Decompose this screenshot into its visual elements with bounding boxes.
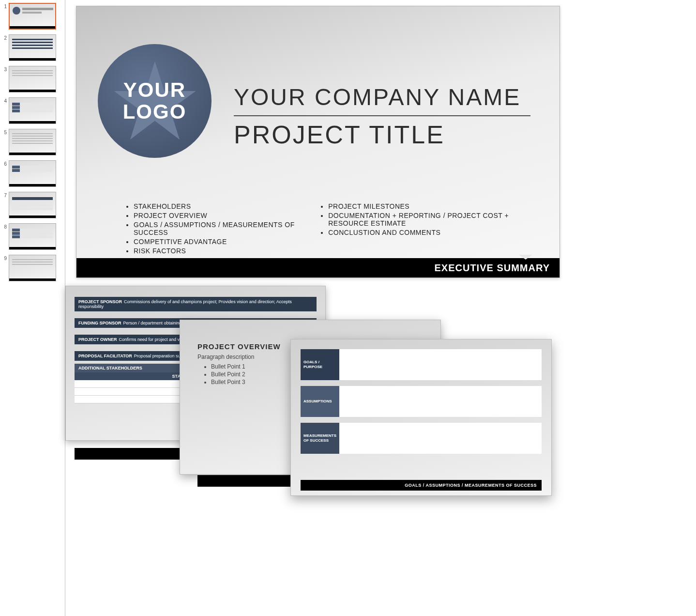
slide-thumbnail-8[interactable]	[9, 223, 56, 250]
stakeholder-row: PROJECT SPONSORCommissions delivery of a…	[75, 297, 317, 311]
thumbnail-row: 3	[2, 66, 60, 92]
slide-thumbnail-3[interactable]	[9, 66, 56, 92]
toc-item: RISK FACTORS	[134, 247, 319, 255]
preview-slide-goals[interactable]: GOALS / PURPOSE ASSUMPTIONS MEASUREMENTS…	[290, 339, 552, 496]
thumbnail-number: 3	[2, 66, 7, 72]
footer-notch-icon	[519, 255, 532, 260]
title-divider	[234, 115, 530, 116]
goal-label: ASSUMPTIONS	[301, 386, 339, 417]
thumbnail-row: 7	[2, 192, 60, 218]
toc-item: STAKEHOLDERS	[134, 202, 319, 210]
goal-label: MEASUREMENTS OF SUCCESS	[301, 423, 339, 454]
title-block[interactable]: YOUR COMPANY NAME PROJECT TITLE	[234, 84, 530, 149]
logo-text: YOURLOGO	[123, 79, 187, 122]
goal-body	[339, 386, 542, 417]
toc-bullets[interactable]: STAKEHOLDERS PROJECT OVERVIEW GOALS / AS…	[125, 202, 530, 256]
thumbnail-row: 4	[2, 97, 60, 124]
toc-item: DOCUMENTATION + REPORTING / PROJECT COST…	[328, 212, 530, 227]
goal-row: ASSUMPTIONS	[301, 386, 542, 417]
slide-footer-bar: EXECUTIVE SUMMARY	[76, 258, 560, 277]
slide-thumbnail-1[interactable]	[9, 3, 56, 30]
thumbnail-panel: 1 2 3 4	[0, 0, 65, 616]
toc-item: PROJECT MILESTONES	[328, 202, 530, 210]
slide-thumbnail-4[interactable]	[9, 97, 56, 124]
thumbnail-number: 1	[2, 3, 7, 9]
slide-thumbnail-9[interactable]	[9, 255, 56, 281]
footer-label: GOALS / ASSUMPTIONS / MEASUREMENTS OF SU…	[405, 483, 537, 488]
thumbnail-row: 5	[2, 129, 60, 155]
thumbnail-number: 9	[2, 255, 7, 261]
project-title[interactable]: PROJECT TITLE	[234, 120, 530, 149]
toc-item: GOALS / ASSUMPTIONS / MEASUREMENTS OF SU…	[134, 221, 319, 236]
thumbnail-row: 6	[2, 160, 60, 187]
thumbnail-number: 7	[2, 192, 7, 198]
thumbnail-number: 2	[2, 34, 7, 41]
slide-thumbnail-7[interactable]	[9, 192, 56, 218]
thumbnail-row: 8	[2, 223, 60, 250]
goal-row: GOALS / PURPOSE	[301, 349, 542, 380]
toc-item: COMPETITIVE ADVANTAGE	[134, 238, 319, 246]
goal-body	[339, 349, 542, 380]
footer-label: EXECUTIVE SUMMARY	[434, 262, 550, 274]
thumbnail-row: 1	[2, 3, 60, 30]
company-name[interactable]: YOUR COMPANY NAME	[234, 84, 530, 110]
slide-editor-area: YOURLOGO YOUR COMPANY NAME PROJECT TITLE…	[65, 0, 696, 616]
thumbnail-number: 6	[2, 160, 7, 167]
thumbnail-row: 2	[2, 34, 60, 61]
thumbnail-row: 9	[2, 255, 60, 281]
toc-item: PROJECT OVERVIEW	[134, 212, 319, 219]
slide-footer-bar: GOALS / ASSUMPTIONS / MEASUREMENTS OF SU…	[301, 480, 542, 491]
toc-item: CONCLUSTION AND COMMENTS	[328, 229, 530, 236]
thumbnail-number: 5	[2, 129, 7, 135]
slide-canvas-1[interactable]: YOURLOGO YOUR COMPANY NAME PROJECT TITLE…	[76, 6, 560, 278]
slide-thumbnail-6[interactable]	[9, 160, 56, 187]
slide-thumbnail-2[interactable]	[9, 34, 56, 61]
slide-thumbnail-5[interactable]	[9, 129, 56, 155]
logo-placeholder[interactable]: YOURLOGO	[98, 44, 212, 158]
goal-label: GOALS / PURPOSE	[301, 349, 339, 380]
goal-body	[339, 423, 542, 454]
thumbnail-number: 4	[2, 97, 7, 104]
goal-row: MEASUREMENTS OF SUCCESS	[301, 423, 542, 454]
thumbnail-number: 8	[2, 223, 7, 230]
